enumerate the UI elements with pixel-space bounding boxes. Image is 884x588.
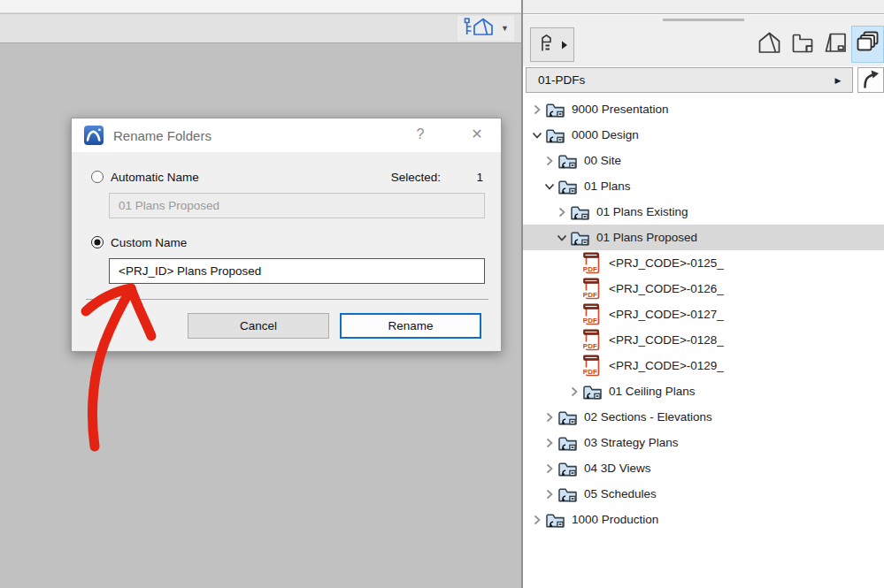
- tree-item-label: <PRJ_CODE>-0127_: [609, 308, 724, 321]
- navigator-toolbar: [523, 15, 884, 66]
- chevron-right-icon: ▶: [834, 76, 841, 85]
- tree-item-label: 05 Schedules: [584, 487, 657, 500]
- custom-name-input[interactable]: [109, 258, 485, 284]
- chevron-right-icon[interactable]: [530, 104, 544, 115]
- cancel-button[interactable]: Cancel: [188, 313, 329, 339]
- publisher-set-selector[interactable]: 01-PDFs ▶: [526, 67, 853, 93]
- tree-item-label: <PRJ_CODE>-0129_: [609, 359, 724, 372]
- tree-item[interactable]: 04 3D Views: [523, 455, 884, 481]
- panel-grip-handle[interactable]: [663, 19, 744, 21]
- tree-item-label: 03 Strategy Plans: [584, 436, 679, 449]
- chevron-down-icon[interactable]: [555, 234, 569, 241]
- chevron-right-icon[interactable]: [542, 489, 557, 500]
- publisher-folder-icon: [557, 434, 578, 452]
- svg-text:PDF: PDF: [583, 265, 597, 273]
- publisher-folder-icon: [581, 383, 603, 401]
- automatic-name-option[interactable]: Automatic Name: [91, 169, 199, 185]
- tree-item[interactable]: 01 Ceiling Plans: [523, 378, 884, 404]
- tree-item-label: 04 3D Views: [584, 462, 651, 475]
- svg-text:PDF: PDF: [583, 317, 597, 325]
- publisher-folder-icon: [557, 409, 578, 426]
- publisher-sets-icon: [855, 30, 881, 58]
- publisher-folder-icon: [544, 511, 565, 529]
- rename-button[interactable]: Rename: [340, 313, 481, 339]
- tree-item-label: 01 Plans Existing: [596, 205, 688, 218]
- chevron-right-icon[interactable]: [542, 438, 557, 448]
- tree-item-label: 9000 Presentation: [572, 103, 669, 116]
- map-tab-publisher-sets[interactable]: [851, 26, 884, 63]
- archicad-logo-icon: [84, 126, 104, 145]
- chevron-right-icon[interactable]: [530, 515, 544, 525]
- selected-label: Selected:: [377, 171, 441, 184]
- tree-item-label: <PRJ_CODE>-0125_: [609, 256, 724, 270]
- automatic-name-radio[interactable]: [91, 171, 104, 183]
- navigator-flyout-button[interactable]: ▼: [457, 16, 514, 41]
- tree-item-label: 02 Sections - Elevations: [584, 410, 712, 424]
- publisher-folder-icon: [557, 178, 578, 195]
- tree-item[interactable]: 0000 Design: [523, 122, 884, 148]
- tree-item[interactable]: 9000 Presentation: [523, 96, 884, 122]
- tree-item[interactable]: 01 Plans Existing: [523, 199, 884, 225]
- navigator-top-strip: [523, 0, 884, 14]
- tree-item[interactable]: 01 Plans Proposed: [523, 225, 884, 250]
- map-icon-bar: [753, 26, 884, 63]
- tree-item[interactable]: 01 Plans: [523, 173, 884, 199]
- tree-item[interactable]: 03 Strategy Plans: [523, 430, 884, 455]
- tree-item[interactable]: 00 Site: [523, 148, 884, 173]
- tree-item[interactable]: PDF<PRJ_CODE>-0125_: [523, 250, 884, 276]
- pdf-file-icon: PDF: [581, 252, 603, 274]
- chevron-down-icon: ▼: [501, 24, 509, 33]
- publisher-folder-icon: [544, 101, 565, 118]
- publisher-folder-icon: [569, 229, 590, 247]
- up-one-level-button[interactable]: [857, 67, 884, 93]
- tree-item-label: 01 Plans: [584, 179, 631, 193]
- automatic-name-label: Automatic Name: [111, 171, 199, 184]
- rename-folders-dialog: Rename Folders ? ✕ Automatic Name Select…: [71, 118, 502, 352]
- flyout-arrow-icon: [562, 41, 567, 50]
- tree-item[interactable]: 1000 Production: [523, 507, 884, 532]
- window-top-strip: [0, 0, 521, 13]
- publisher-folder-icon: [557, 485, 578, 503]
- chevron-right-icon[interactable]: [542, 463, 557, 474]
- help-button[interactable]: ?: [411, 126, 430, 142]
- navigator-house-icon: [463, 15, 495, 42]
- up-one-level-icon: [861, 69, 880, 92]
- navigator-panel: 01-PDFs ▶ 9000 Presentation0000 Design00…: [521, 0, 884, 588]
- tree-item-label: 0000 Design: [572, 128, 639, 141]
- close-icon[interactable]: ✕: [466, 126, 488, 142]
- tree-item[interactable]: PDF<PRJ_CODE>-0129_: [523, 353, 884, 378]
- pdf-file-icon: PDF: [581, 303, 603, 325]
- chevron-down-icon[interactable]: [542, 183, 557, 190]
- dialog-divider: [86, 299, 488, 300]
- dialog-titlebar[interactable]: Rename Folders: [72, 118, 501, 152]
- tree-item[interactable]: 02 Sections - Elevations: [523, 404, 884, 430]
- pdf-file-icon: PDF: [581, 355, 603, 377]
- map-tab-project-map[interactable]: [753, 26, 786, 63]
- publisher-folder-icon: [544, 126, 565, 144]
- publisher-set-name: 01-PDFs: [538, 73, 585, 87]
- custom-name-radio[interactable]: [91, 236, 104, 248]
- tree-item-label: <PRJ_CODE>-0126_: [609, 282, 724, 295]
- selected-count: 1: [464, 171, 483, 184]
- map-tab-view-map[interactable]: [786, 26, 819, 63]
- publisher-folder-icon: [569, 203, 590, 221]
- tree-item[interactable]: PDF<PRJ_CODE>-0126_: [523, 276, 884, 302]
- chevron-right-icon[interactable]: [542, 412, 557, 423]
- tree-item[interactable]: PDF<PRJ_CODE>-0128_: [523, 327, 884, 353]
- chevron-right-icon[interactable]: [567, 386, 581, 397]
- map-tab-layout-book[interactable]: [819, 26, 851, 63]
- chevron-right-icon[interactable]: [542, 156, 557, 166]
- tree-item[interactable]: 05 Schedules: [523, 481, 884, 507]
- svg-text:PDF: PDF: [583, 368, 597, 376]
- svg-text:PDF: PDF: [583, 291, 597, 299]
- path-row: 01-PDFs ▶: [526, 67, 884, 93]
- pdf-file-icon: PDF: [581, 278, 603, 300]
- publisher-folder-icon: [557, 152, 578, 170]
- chevron-down-icon[interactable]: [530, 132, 544, 139]
- publisher-tree: 9000 Presentation0000 Design00 Site01 Pl…: [523, 96, 884, 588]
- chevron-right-icon[interactable]: [555, 207, 569, 218]
- pdf-file-icon: PDF: [581, 329, 603, 351]
- project-chooser-button[interactable]: [530, 27, 574, 62]
- custom-name-option[interactable]: Custom Name: [91, 234, 187, 250]
- tree-item[interactable]: PDF<PRJ_CODE>-0127_: [523, 302, 884, 327]
